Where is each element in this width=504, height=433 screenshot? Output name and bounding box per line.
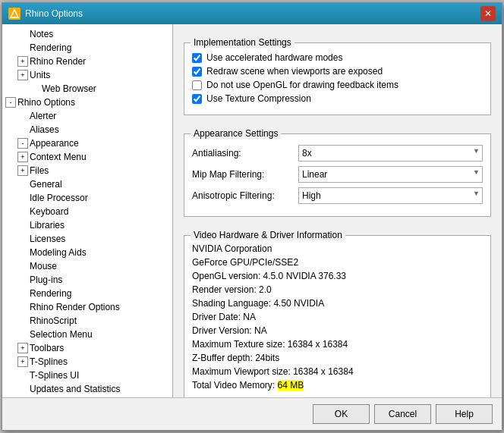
checkbox-label-no-opengl: Do not use OpenGL for drawing feedback i…	[206, 80, 398, 90]
appearance-settings-title: Appearance Settings	[191, 128, 281, 139]
hardware-info-group: Video Hardware & Driver Information NVID…	[184, 235, 491, 397]
sidebar-item-files[interactable]: +Files	[2, 164, 172, 177]
sidebar-item-appearance[interactable]: -Appearance	[2, 136, 172, 150]
expander-files[interactable]: +	[17, 165, 28, 176]
sidebar-label-mouse: Mouse	[30, 261, 57, 271]
sidebar-item-rhino-render-options[interactable]: Rhino Render Options	[2, 300, 172, 314]
sidebar-item-mouse[interactable]: Mouse	[2, 259, 172, 273]
appearance-label-1: Mip Map Filtering:	[192, 169, 298, 180]
sidebar-item-web-browser[interactable]: Web Browser	[2, 82, 172, 96]
sidebar-item-rhinoscript[interactable]: RhinoScript	[2, 314, 172, 328]
hw-text-7: Maximum Texture size: 16384 x 16384	[192, 339, 348, 350]
sidebar-item-libraries[interactable]: Libraries	[2, 218, 172, 232]
sidebar-label-libraries: Libraries	[30, 220, 65, 231]
hardware-lines: NVIDIA CorporationGeForce GPU/PCIe/SSE2O…	[192, 242, 483, 392]
appearance-rows: Antialiasing:None2x4x8xMip Map Filtering…	[192, 145, 483, 204]
sidebar-label-toolbars: Toolbars	[30, 343, 64, 353]
sidebar-label-rhino-render-options: Rhino Render Options	[30, 302, 120, 312]
sidebar-item-selection-menu[interactable]: Selection Menu	[2, 328, 172, 341]
hw-suffix-10: 64 MB	[278, 380, 304, 391]
checkbox-label-texture-compression: Use Texture Compression	[206, 93, 311, 104]
svg-marker-0	[11, 10, 18, 17]
sidebar-label-idle-processor: Idle Processor	[30, 193, 88, 203]
sidebar-item-toolbars[interactable]: +Toolbars	[2, 341, 172, 355]
sidebar-item-keyboard[interactable]: Keyboard	[2, 205, 172, 218]
checkbox-texture-compression[interactable]	[192, 94, 202, 104]
sidebar-item-licenses[interactable]: Licenses	[2, 232, 172, 246]
sidebar-label-updates-statistics: Updates and Statistics	[30, 384, 120, 394]
sidebar-item-context-menu[interactable]: +Context Menu	[2, 150, 172, 164]
appearance-row-0: Antialiasing:None2x4x8x	[192, 145, 483, 162]
hw-line-2: OpenGL version: 4.5.0 NVIDIA 376.33	[192, 269, 483, 283]
hw-line-4: Shading Language: 4.50 NVIDIA	[192, 297, 483, 310]
close-button[interactable]: ✕	[480, 6, 496, 21]
expander-units[interactable]: +	[17, 70, 28, 80]
sidebar-item-general[interactable]: General	[2, 177, 172, 191]
hw-text-8: Z-Buffer depth: 24bits	[192, 353, 279, 363]
appearance-row-2: Anisotropic Filtering:LowMediumHigh	[192, 187, 483, 204]
appearance-select-1[interactable]: NoneNearestLinearAnisotropic	[298, 166, 483, 183]
ok-button[interactable]: OK	[313, 404, 370, 424]
hw-line-6: Driver Version: NA	[192, 324, 483, 337]
sidebar-label-files: Files	[30, 165, 49, 176]
main-panel: Implementation Settings Use accelerated …	[173, 24, 502, 397]
rhino-options-window: Rhino Options ✕ NotesRendering+Rhino Ren…	[2, 2, 502, 431]
sidebar-label-context-menu: Context Menu	[30, 152, 87, 162]
appearance-label-0: Antialiasing:	[192, 148, 298, 158]
expander-rhino-options[interactable]: -	[5, 97, 16, 108]
appearance-select-0[interactable]: None2x4x8x	[298, 145, 483, 162]
hw-line-8: Z-Buffer depth: 24bits	[192, 351, 483, 365]
bottom-bar: OK Cancel Help	[2, 397, 502, 430]
sidebar-item-rendering[interactable]: Rendering	[2, 41, 172, 55]
help-button[interactable]: Help	[436, 404, 493, 424]
sidebar-item-notes[interactable]: Notes	[2, 27, 172, 41]
select-wrapper-2: LowMediumHigh	[298, 187, 483, 204]
checkbox-accel-hw[interactable]	[192, 53, 202, 63]
sidebar-label-licenses: Licenses	[30, 234, 65, 244]
sidebar-item-modeling-aids[interactable]: Modeling Aids	[2, 246, 172, 259]
title-bar: Rhino Options ✕	[2, 3, 502, 24]
expander-rhino-render[interactable]: +	[17, 56, 28, 67]
expander-toolbars[interactable]: +	[17, 343, 28, 353]
title-bar-left: Rhino Options	[8, 8, 83, 20]
checkbox-redraw-scene[interactable]	[192, 67, 202, 77]
hw-line-9: Maximum Viewport size: 16384 x 16384	[192, 365, 483, 378]
sidebar-item-aliases[interactable]: Aliases	[2, 123, 172, 136]
sidebar-label-units: Units	[30, 70, 50, 80]
sidebar: NotesRendering+Rhino Render+UnitsWeb Bro…	[2, 24, 173, 397]
hw-line-7: Maximum Texture size: 16384 x 16384	[192, 337, 483, 351]
hw-text-3: Render version: 2.0	[192, 284, 272, 295]
sidebar-label-t-splines: T-Splines	[30, 356, 68, 367]
hardware-info-title: Video Hardware & Driver Information	[191, 230, 345, 240]
window-title: Rhino Options	[25, 8, 83, 19]
expander-t-splines[interactable]: +	[17, 356, 28, 367]
checkbox-row-no-opengl: Do not use OpenGL for drawing feedback i…	[192, 80, 483, 90]
cancel-button[interactable]: Cancel	[374, 404, 431, 424]
implementation-checkboxes: Use accelerated hardware modesRedraw sce…	[192, 52, 483, 104]
sidebar-label-rendering: Rendering	[30, 42, 71, 53]
content-area: NotesRendering+Rhino Render+UnitsWeb Bro…	[2, 24, 502, 397]
sidebar-label-alerter: Alerter	[30, 111, 56, 121]
expander-context-menu[interactable]: +	[17, 152, 28, 162]
appearance-select-2[interactable]: LowMediumHigh	[298, 187, 483, 204]
hw-text-6: Driver Version: NA	[192, 325, 267, 336]
hw-text-4: Shading Language: 4.50 NVIDIA	[192, 298, 324, 309]
sidebar-item-t-splines[interactable]: +T-Splines	[2, 355, 172, 369]
checkbox-row-redraw-scene: Redraw scene when viewports are exposed	[192, 66, 483, 77]
expander-appearance[interactable]: -	[17, 138, 28, 149]
sidebar-item-units[interactable]: +Units	[2, 68, 172, 82]
sidebar-item-idle-processor[interactable]: Idle Processor	[2, 191, 172, 205]
sidebar-item-rhino-options[interactable]: -Rhino Options	[2, 96, 172, 109]
hw-text-1: GeForce GPU/PCIe/SSE2	[192, 257, 298, 268]
sidebar-item-t-splines-ui[interactable]: T-Splines UI	[2, 369, 172, 382]
sidebar-item-plug-ins[interactable]: Plug-ins	[2, 273, 172, 287]
sidebar-label-web-browser: Web Browser	[42, 83, 96, 94]
sidebar-item-alerter[interactable]: Alerter	[2, 109, 172, 123]
checkbox-no-opengl[interactable]	[192, 80, 202, 90]
sidebar-item-rhino-render[interactable]: +Rhino Render	[2, 55, 172, 68]
sidebar-label-keyboard: Keyboard	[30, 206, 68, 217]
sidebar-item-rendering2[interactable]: Rendering	[2, 287, 172, 300]
implementation-settings-title: Implementation Settings	[191, 37, 295, 48]
sidebar-item-updates-statistics[interactable]: Updates and Statistics	[2, 382, 172, 396]
hw-line-5: Driver Date: NA	[192, 310, 483, 324]
